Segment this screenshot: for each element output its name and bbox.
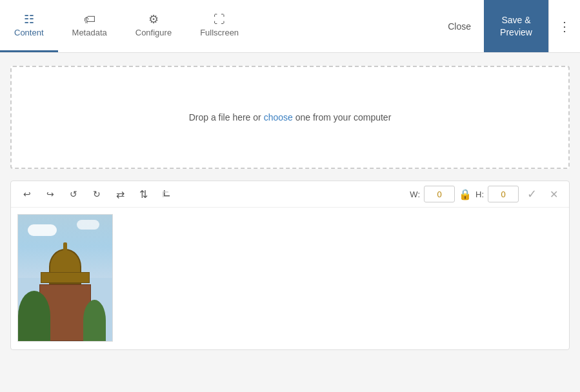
image-editor: ↩ ↪ ↺ ↻ ⇄ ⇅ W: [10,181,570,350]
cloud2 [77,220,99,230]
editor-image [17,214,113,342]
svg-rect-3 [163,191,168,193]
choose-file-link[interactable]: choose [264,112,293,122]
fullscreen-icon: ⛶ [214,14,225,25]
tab-content[interactable]: ☷ Content [0,0,58,52]
content-icon: ☷ [24,14,34,25]
tab-metadata[interactable]: 🏷 Metadata [58,0,121,52]
tab-configure-label: Configure [135,28,172,37]
width-label: W: [410,190,420,199]
tab-fullscreen[interactable]: ⛶ Fullscreen [186,0,253,52]
width-group: W: [410,186,455,202]
tab-configure[interactable]: ⚙ Configure [121,0,186,52]
main-content: Drop a file here or choose one from your… [0,53,580,392]
rotate-right-button[interactable]: ↻ [87,185,106,203]
flip-horizontal-button[interactable]: ⇄ [110,185,130,203]
crop-button[interactable] [157,185,176,203]
tree-left [18,291,50,341]
height-label: H: [475,190,484,199]
cancel-button[interactable]: ✕ [545,185,563,203]
cloud1 [28,224,57,236]
trees [18,278,112,341]
rotate-left-button[interactable]: ↺ [64,185,83,203]
drop-zone-text: Drop a file here or choose one from your… [189,112,392,122]
tab-fullscreen-label: Fullscreen [200,28,239,37]
width-input[interactable] [424,186,455,202]
close-button[interactable]: Close [435,0,484,52]
toolbar: ☷ Content 🏷 Metadata ⚙ Configure ⛶ Fulls… [0,0,580,53]
undo-button[interactable]: ↩ [17,185,37,203]
tree-right [83,300,106,341]
height-group: H: [475,186,519,202]
svg-rect-0 [164,190,165,196]
svg-rect-1 [164,195,170,197]
tab-metadata-label: Metadata [72,28,107,37]
configure-icon: ⚙ [148,14,159,25]
metadata-icon: 🏷 [84,14,95,25]
tab-content-label: Content [14,28,44,37]
drop-zone[interactable]: Drop a file here or choose one from your… [10,66,570,169]
drop-zone-prefix: Drop a file here or [189,112,264,122]
more-options-button[interactable]: ⋮ [548,0,580,52]
lock-aspect-icon[interactable]: 🔒 [459,188,472,201]
confirm-button[interactable]: ✓ [523,185,541,203]
save-preview-button[interactable]: Save &Preview [484,0,548,52]
drop-zone-suffix: one from your computer [293,112,392,122]
redo-button[interactable]: ↪ [41,185,60,203]
more-icon: ⋮ [558,19,571,34]
flip-vertical-button[interactable]: ⇅ [134,185,153,203]
editor-toolbar: ↩ ↪ ↺ ↻ ⇄ ⇅ W: [11,181,569,208]
height-input[interactable] [488,186,519,202]
editor-canvas [11,208,569,349]
